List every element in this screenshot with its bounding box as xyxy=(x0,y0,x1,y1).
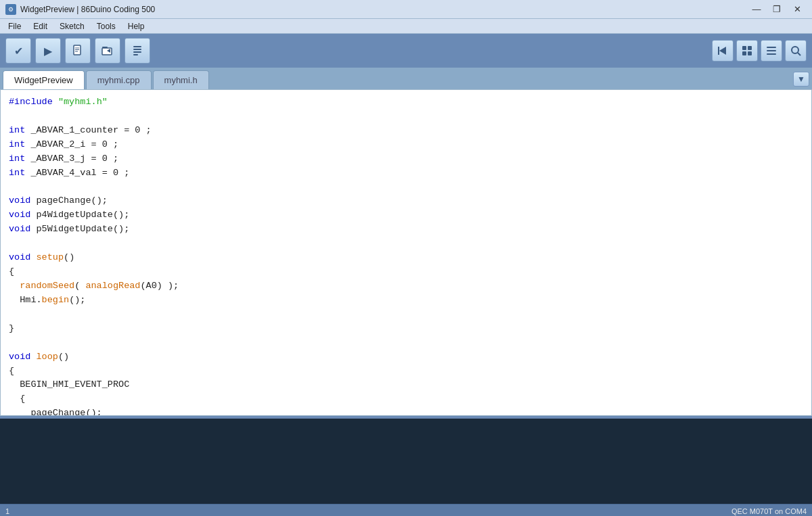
menu-bar: File Edit Sketch Tools Help xyxy=(0,19,812,34)
window-title: WidgetPreview | 86Duino Coding 500 xyxy=(20,5,155,14)
code-line-var1: int _ABVAR_1_counter = 0 ; xyxy=(9,124,803,138)
maximize-button[interactable]: ❐ xyxy=(767,3,786,16)
status-right: QEC M070T on COM4 xyxy=(731,507,807,515)
svg-rect-19 xyxy=(767,53,776,55)
svg-marker-11 xyxy=(719,47,726,55)
code-line-setup-def: void setup() xyxy=(9,251,803,265)
upload-button[interactable]: ▶ xyxy=(35,38,61,64)
svg-rect-14 xyxy=(748,46,752,50)
code-line-var4: int _ABVAR_4_val = 0 ; xyxy=(9,166,803,181)
status-left: 1 xyxy=(5,507,9,515)
svg-point-20 xyxy=(792,47,798,53)
more-button[interactable] xyxy=(125,38,150,64)
code-line-blank2 xyxy=(9,181,803,195)
status-bar: 1 QEC M070T on COM4 xyxy=(0,504,812,516)
code-line-blank5 xyxy=(9,336,803,350)
svg-rect-15 xyxy=(742,51,746,55)
menu-tools[interactable]: Tools xyxy=(91,20,121,32)
code-line-hmibegin: Hmi.begin(); xyxy=(9,294,803,308)
code-line-blank1 xyxy=(9,110,803,124)
verify-button[interactable]: ✔ xyxy=(5,38,31,64)
toolbar-right xyxy=(712,40,807,62)
code-line-var3: int _ABVAR_3_j = 0 ; xyxy=(9,152,803,166)
title-bar: ⚙ WidgetPreview | 86Duino Coding 500 — ❐… xyxy=(0,0,812,19)
title-bar-left: ⚙ WidgetPreview | 86Duino Coding 500 xyxy=(5,4,155,15)
code-line-randomseed: randomSeed( analogRead(A0) ); xyxy=(9,279,803,294)
code-line-loop-def: void loop() xyxy=(9,350,803,365)
back-button[interactable] xyxy=(712,40,734,62)
toolbar: ✔ ▶ xyxy=(0,34,812,68)
code-line-var2: int _ABVAR_2_i = 0 ; xyxy=(9,138,803,152)
editor-wrapper: #include "myhmi.h" int _ABVAR_1_counter … xyxy=(0,89,812,416)
svg-rect-18 xyxy=(767,50,776,51)
search-button[interactable] xyxy=(785,40,807,62)
code-line-proto3: void p5WidgetUpdate(); xyxy=(9,222,803,237)
code-line-pagechange: pageChange(); xyxy=(9,406,803,415)
code-editor[interactable]: #include "myhmi.h" int _ABVAR_1_counter … xyxy=(1,90,811,415)
bottom-area xyxy=(0,416,812,504)
menu-file[interactable]: File xyxy=(3,20,26,32)
minimize-button[interactable]: — xyxy=(747,3,766,16)
svg-rect-7 xyxy=(133,46,141,47)
code-line-blank3 xyxy=(9,237,803,251)
menu-edit[interactable]: Edit xyxy=(28,20,53,32)
code-line-blank4 xyxy=(9,308,803,322)
svg-rect-16 xyxy=(748,51,752,55)
tab-myhmih[interactable]: myhmi.h xyxy=(153,70,209,89)
svg-rect-8 xyxy=(133,49,141,50)
window-controls: — ❐ ✕ xyxy=(747,3,807,16)
svg-line-21 xyxy=(798,53,800,55)
code-line-brace3: { xyxy=(9,365,803,379)
svg-rect-17 xyxy=(767,47,776,48)
list-view-button[interactable] xyxy=(761,40,782,62)
tab-dropdown-button[interactable]: ▼ xyxy=(793,72,809,87)
close-button[interactable]: ✕ xyxy=(788,3,807,16)
bottom-dark-panel xyxy=(0,419,812,504)
open-button[interactable] xyxy=(95,38,120,64)
new-button[interactable] xyxy=(65,38,91,64)
code-line-proto2: void p4WidgetUpdate(); xyxy=(9,208,803,222)
code-line-include: #include "myhmi.h" xyxy=(9,95,803,110)
code-line-proto1: void pageChange(); xyxy=(9,194,803,208)
code-line-begin-hmi: BEGIN_HMI_EVENT_PROC xyxy=(9,378,803,392)
app-icon: ⚙ xyxy=(5,4,16,15)
tab-widgetpreview[interactable]: WidgetPreview xyxy=(3,70,85,89)
tab-myhmicpp[interactable]: myhmi.cpp xyxy=(86,70,152,89)
svg-rect-10 xyxy=(133,54,138,55)
menu-sketch[interactable]: Sketch xyxy=(54,20,90,32)
code-line-brace2: } xyxy=(9,322,803,336)
svg-rect-12 xyxy=(718,47,719,55)
code-line-brace1: { xyxy=(9,265,803,279)
svg-rect-13 xyxy=(742,46,746,50)
menu-help[interactable]: Help xyxy=(122,20,150,32)
toolbar-left: ✔ ▶ xyxy=(5,38,150,64)
svg-rect-9 xyxy=(133,51,141,53)
grid-view-button[interactable] xyxy=(736,40,758,62)
code-line-brace4: { xyxy=(9,392,803,406)
tabs-container: WidgetPreview myhmi.cpp myhmi.h ▼ xyxy=(0,68,812,89)
